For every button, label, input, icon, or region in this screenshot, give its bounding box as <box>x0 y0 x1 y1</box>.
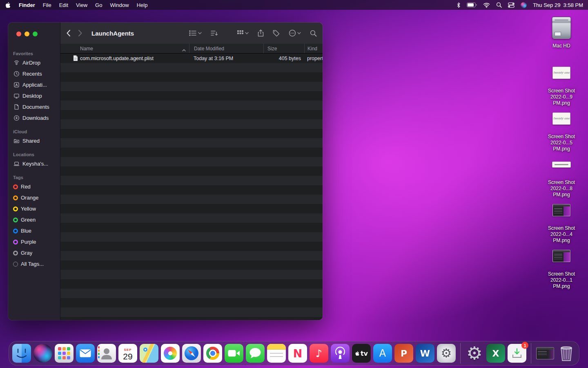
view-options-button[interactable] <box>189 30 202 36</box>
dock-apple-tv[interactable]: tv <box>352 344 371 363</box>
desktop-file-screenshot-5[interactable]: Screen Shot2022-0...1 PM.png <box>543 243 580 289</box>
document-icon <box>13 104 20 110</box>
minimized-window-thumbnail <box>536 347 554 359</box>
menu-edit[interactable]: Edit <box>59 2 68 8</box>
dock-photos[interactable] <box>161 344 180 363</box>
sidebar-tag-green[interactable]: Green <box>8 214 60 225</box>
dock-minimized-window[interactable] <box>536 344 555 363</box>
sidebar-tag-blue[interactable]: Blue <box>8 225 60 236</box>
desktop-file-screenshot-1[interactable]: twenty one Screen Shot2022-0...9 PM.png <box>543 60 580 106</box>
dock-app-store[interactable]: A <box>373 344 392 363</box>
applications-icon <box>13 82 20 88</box>
dock-facetime[interactable] <box>225 344 243 363</box>
dock-notes[interactable] <box>267 344 286 363</box>
file-row[interactable]: com.microsoft.update.agent.plist Today a… <box>60 54 323 63</box>
sidebar-item-downloads[interactable]: Downloads <box>8 112 60 123</box>
dock-powerpoint[interactable]: P <box>394 344 413 363</box>
sidebar-tag-orange[interactable]: Orange <box>8 192 60 203</box>
sidebar-item-documents[interactable]: Documents <box>8 101 60 112</box>
dock-music[interactable]: ♪ <box>310 344 328 363</box>
dock-chrome[interactable] <box>203 344 222 363</box>
siri-icon[interactable] <box>521 2 527 8</box>
dock-news[interactable]: N <box>288 344 307 363</box>
volume-label: Mac HD <box>552 43 570 49</box>
sort-ascending-icon <box>182 47 186 53</box>
menu-bar-clock[interactable]: Thu Sep 29 3:58 PM <box>533 2 583 8</box>
desktop-file-screenshot-4[interactable]: Screen Shot2022-0...4 PM.png <box>543 197 580 244</box>
forward-button[interactable] <box>78 29 82 37</box>
calendar-day: 29 <box>123 352 132 361</box>
sidebar-item-all-tags[interactable]: All Tags... <box>8 258 60 269</box>
sidebar-item-keyshas-mac[interactable]: Keysha's... <box>8 158 60 169</box>
sidebar-item-label: Shared <box>22 138 40 144</box>
dock-utility-gear-app[interactable]: ⚙ <box>465 344 484 363</box>
back-button[interactable] <box>66 29 71 37</box>
zoom-button[interactable] <box>33 31 38 36</box>
sidebar-item-label: AirDrop <box>22 60 40 66</box>
spotlight-search-icon[interactable] <box>496 2 502 8</box>
bluetooth-icon[interactable] <box>457 2 461 8</box>
sidebar-tag-gray[interactable]: Gray <box>8 247 60 258</box>
menu-go[interactable]: Go <box>95 2 102 8</box>
desktop-file-screenshot-3[interactable]: Screen Shot2022-0...8 PM.png <box>543 151 580 198</box>
sidebar-section-favorites: Favorites <box>8 49 60 57</box>
sidebar-item-label: Documents <box>22 104 49 110</box>
dock-finder[interactable] <box>12 344 31 363</box>
column-header-kind[interactable]: Kind <box>304 44 323 53</box>
dock-launchpad[interactable] <box>55 344 74 363</box>
dock-trash[interactable] <box>557 344 576 363</box>
active-app-name[interactable]: Finder <box>19 2 35 8</box>
desktop-file-screenshot-2[interactable]: twenty one Screen Shot2022-0...5 PM.png <box>543 105 580 152</box>
column-header-name[interactable]: Name <box>60 44 189 53</box>
sidebar-tag-yellow[interactable]: Yellow <box>8 203 60 214</box>
group-by-button[interactable] <box>237 30 249 37</box>
thumbnail-text: twenty one <box>553 71 569 74</box>
sidebar-tag-purple[interactable]: Purple <box>8 236 60 247</box>
menu-window[interactable]: Window <box>110 2 129 8</box>
dock-contacts[interactable] <box>97 344 116 363</box>
tag-label: Green <box>21 217 36 223</box>
battery-icon[interactable] <box>467 2 477 7</box>
dock-system-preferences[interactable]: ⚙ <box>437 344 456 363</box>
dock-siri[interactable] <box>33 344 52 363</box>
share-button[interactable] <box>258 29 264 37</box>
dock-divider <box>460 343 461 364</box>
sort-order-button[interactable] <box>211 30 218 36</box>
finder-window: Favorites AirDrop Recents Applicati... D… <box>8 22 323 320</box>
wifi-icon[interactable] <box>483 2 490 8</box>
dock-word[interactable]: W <box>416 344 434 363</box>
sidebar-item-recents[interactable]: Recents <box>8 68 60 79</box>
action-menu-button[interactable] <box>289 29 301 37</box>
dock-excel[interactable]: X <box>486 344 505 363</box>
menu-view[interactable]: View <box>76 2 87 8</box>
menu-file[interactable]: File <box>43 2 51 8</box>
tag-color-dot <box>13 251 18 256</box>
column-header-date-modified[interactable]: Date Modified <box>189 44 263 53</box>
menu-help[interactable]: Help <box>137 2 148 8</box>
column-header-size[interactable]: Size <box>263 44 304 53</box>
desktop-volume-mac-hd[interactable]: Mac HD <box>543 15 580 49</box>
search-button[interactable] <box>310 30 317 37</box>
minimize-button[interactable] <box>24 31 29 36</box>
dock-podcasts[interactable] <box>331 344 350 363</box>
sidebar-item-airdrop[interactable]: AirDrop <box>8 57 60 68</box>
sidebar-item-desktop[interactable]: Desktop <box>8 90 60 101</box>
sidebar-tag-red[interactable]: Red <box>8 181 60 192</box>
dock-calendar[interactable]: SEP 29 <box>118 344 137 363</box>
finder-toolbar: LaunchAgents <box>60 22 323 44</box>
apple-menu-icon[interactable] <box>5 2 11 8</box>
sidebar-item-shared[interactable]: Shared <box>8 135 60 146</box>
dock-safari[interactable] <box>182 344 201 363</box>
dock-messages[interactable] <box>246 344 265 363</box>
sidebar-item-applications[interactable]: Applicati... <box>8 79 60 90</box>
tags-button[interactable] <box>273 30 280 37</box>
file-size: 405 bytes <box>263 54 301 63</box>
close-button[interactable] <box>16 31 21 36</box>
dock-mail[interactable] <box>76 344 95 363</box>
file-label: Screen Shot2022-0...8 PM.png <box>543 180 580 198</box>
dock-installer-app[interactable]: 1 <box>508 344 526 363</box>
photos-flower-icon <box>164 347 177 360</box>
control-center-icon[interactable] <box>508 2 514 8</box>
tv-logo-text: tv <box>361 350 368 357</box>
dock-maps[interactable] <box>140 344 158 363</box>
